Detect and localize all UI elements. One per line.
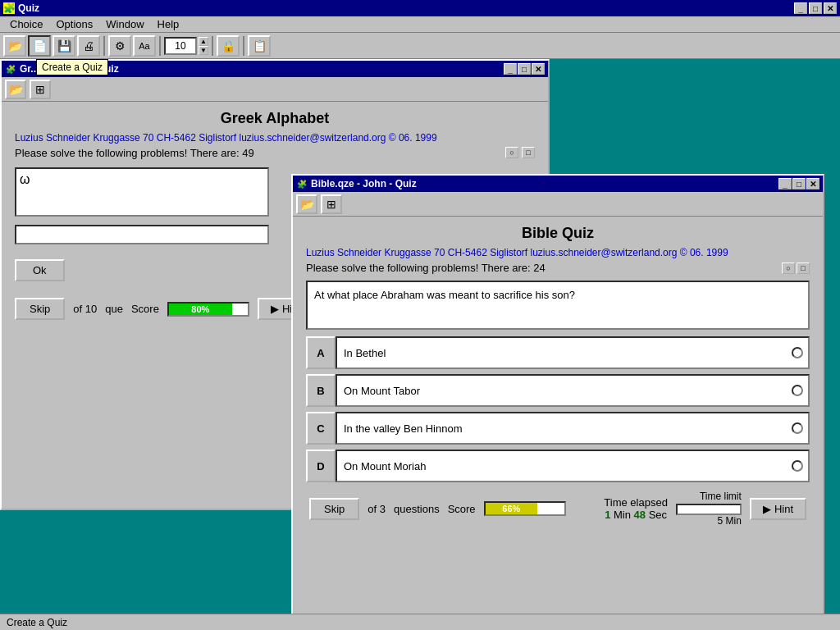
toolbar-spin: ▲ ▼: [199, 37, 208, 55]
answer-radio-d[interactable]: [792, 460, 803, 472]
bible-size-btn-1[interactable]: ○: [782, 262, 795, 274]
menubar: Choice Options Window Help: [0, 16, 840, 33]
answer-btn-a[interactable]: A: [306, 336, 336, 369]
greek-answer-area: ω: [15, 167, 269, 217]
toolbar-separator-1: [103, 36, 105, 56]
bible-maximize-button[interactable]: □: [792, 178, 806, 189]
greek-size-btn-1[interactable]: ○: [505, 147, 518, 158]
bible-questions-text: questions: [394, 503, 440, 515]
tooltip: Create a Quiz: [36, 59, 108, 75]
menu-options[interactable]: Options: [49, 16, 99, 32]
greek-skip-button[interactable]: Skip: [15, 298, 65, 320]
greek-toolbar-open[interactable]: 📂: [5, 80, 26, 99]
toolbar-lock-button[interactable]: 🔒: [217, 35, 240, 57]
answer-btn-d[interactable]: D: [306, 450, 336, 482]
bible-window-title: Bible.qze - John - Quiz: [311, 178, 417, 189]
answer-row-c: C In the valley Ben Hinnom: [306, 412, 810, 445]
time-min-label: Min: [614, 509, 631, 521]
time-sec-value: 48: [634, 509, 646, 521]
bible-problem-text: Please solve the following problems! The…: [306, 262, 810, 274]
maximize-button[interactable]: □: [809, 2, 822, 14]
bible-content: Bible Quiz Luzius Schneider Kruggasse 70…: [293, 217, 823, 535]
greek-author: Luzius Schneider Kruggasse 70 CH-5462 Si…: [15, 132, 535, 144]
greek-score-label: Score: [131, 303, 159, 315]
toolbar-open-button[interactable]: 📂: [3, 35, 26, 57]
answer-radio-a[interactable]: [792, 347, 803, 358]
bible-score-bar: 66%: [486, 503, 537, 514]
greek-answer-char: ω: [20, 172, 30, 186]
greek-minimize-button[interactable]: _: [504, 63, 517, 75]
bible-minimize-button[interactable]: _: [778, 178, 792, 189]
time-limit-area: Time limit 5 Min: [676, 491, 742, 527]
bible-question-text: At what place Abraham was meant to sacri…: [314, 289, 575, 301]
time-limit-value: 5 Min: [676, 515, 742, 527]
bible-skip-button[interactable]: Skip: [309, 498, 359, 520]
bible-bottom: Skip of 3 questions Score 66% Time elaps…: [306, 491, 810, 527]
bible-hint-button[interactable]: ▶ Hint: [750, 498, 806, 520]
bible-window: 🧩 Bible.qze - John - Quiz _ □ ✕ 📂 ⊞ Bibl…: [291, 174, 824, 630]
toolbar-save-button[interactable]: 💾: [52, 35, 75, 57]
bible-author: Luzius Schneider Kruggasse 70 CH-5462 Si…: [306, 247, 810, 258]
greek-input-area[interactable]: [15, 225, 269, 244]
minimize-button[interactable]: _: [794, 2, 807, 14]
toolbar-font-button[interactable]: Aa: [133, 35, 156, 57]
answer-text-d[interactable]: On Mount Moriah: [336, 450, 810, 482]
app-title: Quiz: [18, 2, 39, 14]
time-limit-label: Time limit: [676, 491, 742, 502]
close-button[interactable]: ✕: [824, 2, 837, 14]
menu-help[interactable]: Help: [151, 16, 186, 32]
time-elapsed-label: Time elapsed: [604, 496, 668, 509]
statusbar: Create a Quiz: [0, 614, 840, 630]
answer-btn-b[interactable]: B: [306, 374, 336, 407]
answer-radio-c[interactable]: [792, 422, 803, 434]
bible-size-btn-2[interactable]: □: [797, 262, 810, 274]
greek-close-button[interactable]: ✕: [532, 63, 545, 75]
greek-maximize-button[interactable]: □: [518, 63, 531, 75]
menu-window[interactable]: Window: [99, 16, 150, 32]
app-icon: 🧩: [3, 2, 15, 14]
answer-row-d: D On Mount Moriah: [306, 450, 810, 482]
toolbar-number-input[interactable]: 10: [164, 37, 197, 55]
toolbar-new-button[interactable]: 📄: [28, 35, 51, 57]
menu-choice[interactable]: Choice: [3, 16, 49, 32]
bible-toolbar-open[interactable]: 📂: [296, 194, 317, 214]
time-value: 1 Min 48 Sec: [604, 509, 668, 521]
bible-window-toolbar: 📂 ⊞: [293, 192, 823, 217]
toolbar-settings-button[interactable]: ⚙: [108, 35, 131, 57]
answer-radio-b[interactable]: [792, 385, 803, 396]
answer-text-b[interactable]: On Mount Tabor: [336, 374, 810, 407]
bible-window-titlebar: 🧩 Bible.qze - John - Quiz _ □ ✕: [293, 176, 823, 192]
greek-toolbar-grid[interactable]: ⊞: [30, 80, 51, 99]
bible-close-button[interactable]: ✕: [806, 178, 819, 189]
bible-heading: Bible Quiz: [306, 225, 810, 242]
answer-text-c[interactable]: In the valley Ben Hinnom: [336, 412, 810, 445]
main-area: 🧩 Gr...qze - Peter - Quiz _ □ ✕ 📂 ⊞ Gree…: [0, 59, 840, 614]
time-limit-bar: [676, 504, 742, 515]
greek-que-text: que: [105, 303, 123, 315]
bible-window-buttons: _ □ ✕: [778, 178, 819, 189]
bible-of-text: of 3: [368, 503, 386, 515]
greek-score-bar-container: 80%: [167, 302, 249, 317]
greek-of-text: of 10: [73, 303, 97, 315]
greek-window-icon: 🧩: [5, 63, 16, 75]
toolbar-quiz-button[interactable]: 📋: [248, 35, 271, 57]
greek-size-btn-2[interactable]: □: [522, 147, 535, 158]
bible-window-icon: 🧩: [296, 178, 308, 189]
answer-text-a[interactable]: In Bethel: [336, 336, 810, 369]
hint-arrow-icon: ▶: [271, 303, 279, 315]
answer-row-a: A In Bethel: [306, 336, 810, 369]
spin-up-button[interactable]: ▲: [199, 37, 208, 46]
time-min-value: 1: [605, 509, 610, 521]
toolbar: 📂 📄 💾 🖨 ⚙ Aa 10 ▲ ▼ 🔒 📋: [0, 33, 840, 59]
toolbar-print-button[interactable]: 🖨: [77, 35, 100, 57]
bible-question-box: At what place Abraham was meant to sacri…: [306, 281, 810, 330]
time-elapsed-info: Time elapsed 1 Min 48 Sec: [604, 496, 668, 521]
spin-down-button[interactable]: ▼: [199, 46, 208, 55]
answer-row-b: B On Mount Tabor: [306, 374, 810, 407]
statusbar-text: Create a Quiz: [7, 617, 67, 628]
greek-ok-button[interactable]: Ok: [15, 259, 65, 281]
app-titlebar-buttons: _ □ ✕: [794, 2, 837, 14]
answer-btn-c[interactable]: C: [306, 412, 336, 445]
bible-score-label: Score: [448, 503, 476, 515]
bible-toolbar-grid[interactable]: ⊞: [321, 194, 342, 214]
